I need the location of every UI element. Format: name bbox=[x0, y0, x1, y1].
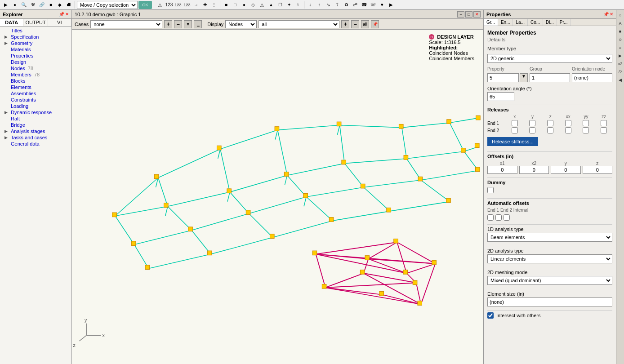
view4-icon[interactable]: ◇ bbox=[249, 1, 257, 9]
action10-icon[interactable]: ▶ bbox=[387, 1, 395, 9]
view1-icon[interactable]: ■ bbox=[222, 1, 230, 9]
end2-y-checkbox[interactable] bbox=[529, 127, 535, 133]
pin-icon[interactable]: 📌 bbox=[59, 12, 64, 17]
all-select[interactable]: all bbox=[259, 20, 339, 28]
tree-item-materials[interactable]: Materials bbox=[0, 46, 71, 53]
tree-item-titles[interactable]: Titles bbox=[0, 27, 71, 34]
action9-icon[interactable]: ♥ bbox=[378, 1, 386, 9]
panel-tab-en[interactable]: En... bbox=[498, 19, 513, 26]
display-all-btn[interactable]: all bbox=[361, 20, 369, 28]
tree-item-blocks[interactable]: Blocks bbox=[0, 78, 71, 84]
dummy-checkbox[interactable] bbox=[487, 187, 494, 193]
view8-icon[interactable]: ✦ bbox=[285, 1, 293, 9]
minimize-btn[interactable]: − bbox=[457, 11, 464, 18]
cases-add-btn[interactable]: + bbox=[164, 20, 172, 28]
tab-vi[interactable]: VI bbox=[48, 19, 71, 26]
arrow-icon[interactable]: → bbox=[192, 1, 200, 9]
num-icon[interactable]: 123 bbox=[165, 1, 173, 9]
view5-icon[interactable]: △ bbox=[258, 1, 266, 9]
end2-yy-checkbox[interactable] bbox=[583, 127, 589, 133]
end2-zz-checkbox[interactable] bbox=[601, 127, 607, 133]
close-icon[interactable]: ✕ bbox=[65, 12, 69, 17]
offset-x2-input[interactable] bbox=[519, 166, 549, 174]
tree-item-specification[interactable]: ▶ Specification bbox=[0, 34, 71, 40]
display-pin-btn[interactable]: 📌 bbox=[371, 20, 379, 28]
action2-icon[interactable]: ↑ bbox=[315, 1, 323, 9]
element-size-input[interactable] bbox=[487, 297, 612, 306]
tool5-icon[interactable]: ⛘ bbox=[65, 1, 73, 9]
offset-z-input[interactable] bbox=[583, 166, 613, 174]
edge-btn-8[interactable]: /2 bbox=[617, 68, 624, 75]
tree-item-bridge[interactable]: Bridge bbox=[0, 122, 71, 128]
tree-item-members[interactable]: Members 78 bbox=[0, 71, 71, 78]
edge-btn-5[interactable]: ≡ bbox=[617, 44, 624, 51]
angle-icon[interactable]: △ bbox=[156, 1, 164, 9]
end1-yy-checkbox[interactable] bbox=[583, 120, 589, 126]
end1-z-checkbox[interactable] bbox=[547, 120, 553, 126]
tree-item-geometry[interactable]: ▶ Geometry bbox=[0, 40, 71, 46]
property-dropdown-icon[interactable]: ▼ bbox=[520, 73, 528, 82]
view7-icon[interactable]: ☐ bbox=[276, 1, 284, 9]
edge-btn-6[interactable]: ▶ bbox=[617, 52, 624, 59]
action6-icon[interactable]: ☍ bbox=[351, 1, 359, 9]
zoom-icon[interactable]: 🔍 bbox=[20, 1, 28, 9]
tree-item-raft[interactable]: Raft bbox=[0, 115, 71, 122]
action7-icon[interactable]: ☎ bbox=[360, 1, 368, 9]
offset-x1-input[interactable] bbox=[487, 166, 517, 174]
auto-offset-end2-checkbox[interactable] bbox=[495, 214, 502, 221]
display-add-btn[interactable]: + bbox=[341, 20, 349, 28]
end1-y-checkbox[interactable] bbox=[529, 120, 535, 126]
panel-tab-gr[interactable]: Gr... bbox=[484, 19, 498, 26]
analysis-1d-select[interactable]: Beam elements bbox=[487, 233, 612, 242]
view6-icon[interactable]: ▲ bbox=[267, 1, 275, 9]
edge-btn-2[interactable]: A bbox=[617, 20, 624, 27]
display-remove-btn[interactable]: − bbox=[351, 20, 359, 28]
tool3-icon[interactable]: ■ bbox=[47, 1, 55, 9]
edge-btn-1[interactable]: ○ bbox=[617, 12, 624, 19]
tab-output[interactable]: OUTPUT bbox=[23, 19, 48, 26]
edge-btn-7[interactable]: x2 bbox=[617, 60, 624, 67]
action4-icon[interactable]: ⇪ bbox=[333, 1, 341, 9]
pin-panel-icon[interactable]: 📌 bbox=[603, 12, 609, 17]
tree-item-design[interactable]: Design bbox=[0, 59, 71, 65]
maximize-btn[interactable]: □ bbox=[465, 11, 472, 18]
end1-xx-checkbox[interactable] bbox=[565, 120, 571, 126]
tree-item-loading[interactable]: Loading bbox=[0, 103, 71, 109]
close-viewport-btn[interactable]: ✕ bbox=[473, 11, 481, 18]
tree-item-assemblies[interactable]: Assemblies bbox=[0, 90, 71, 97]
tree-item-nodes[interactable]: Nodes 78 bbox=[0, 65, 71, 71]
cases-wave-btn[interactable]: ⎯ bbox=[194, 20, 202, 28]
auto-offset-end1-checkbox[interactable] bbox=[487, 214, 494, 221]
display-select[interactable]: Nodes bbox=[225, 20, 257, 28]
ok-btn[interactable]: OK bbox=[138, 1, 152, 9]
cases-remove-btn[interactable]: − bbox=[174, 20, 182, 28]
tab-data[interactable]: DATA bbox=[0, 19, 23, 26]
node-icon[interactable]: ● bbox=[11, 1, 19, 9]
offset-y-input[interactable] bbox=[551, 166, 581, 174]
release-stiffness-btn[interactable]: Release stiffness... bbox=[487, 137, 538, 146]
tree-item-properties[interactable]: Properties bbox=[0, 53, 71, 59]
end2-xx-checkbox[interactable] bbox=[565, 127, 571, 133]
action8-icon[interactable]: ☏ bbox=[369, 1, 377, 9]
num2-icon[interactable]: 123 bbox=[174, 1, 182, 9]
edge-btn-4[interactable]: ☺ bbox=[617, 36, 624, 43]
cases-select[interactable]: none bbox=[90, 20, 162, 28]
panel-tab-di[interactable]: Di... bbox=[543, 19, 557, 26]
snap2-icon[interactable]: ⋮ bbox=[210, 1, 218, 9]
action1-icon[interactable]: ↓ bbox=[306, 1, 314, 9]
canvas-area[interactable]: D DESIGN LAYER Scale: 1:316.5 Highlighte… bbox=[72, 30, 483, 364]
move-copy-dropdown[interactable]: Move / Copy selection bbox=[77, 1, 138, 9]
tree-item-general-data[interactable]: General data bbox=[0, 141, 71, 147]
view3-icon[interactable]: ● bbox=[240, 1, 248, 9]
intersect-checkbox[interactable] bbox=[487, 312, 494, 319]
orientation-node-input[interactable] bbox=[572, 73, 612, 82]
end2-x-checkbox[interactable] bbox=[512, 127, 518, 133]
end1-zz-checkbox[interactable] bbox=[601, 120, 607, 126]
view2-icon[interactable]: □ bbox=[231, 1, 239, 9]
tree-item-dynamic-response[interactable]: ▶ Dynamic response bbox=[0, 109, 71, 115]
tree-item-elements[interactable]: Elements bbox=[0, 84, 71, 90]
meshing-select[interactable]: Mixed (quad dominant) bbox=[487, 276, 612, 285]
analysis-2d-select[interactable]: Linear elements bbox=[487, 254, 612, 263]
property-input[interactable] bbox=[487, 73, 519, 82]
snap-icon[interactable]: ✚ bbox=[201, 1, 209, 9]
